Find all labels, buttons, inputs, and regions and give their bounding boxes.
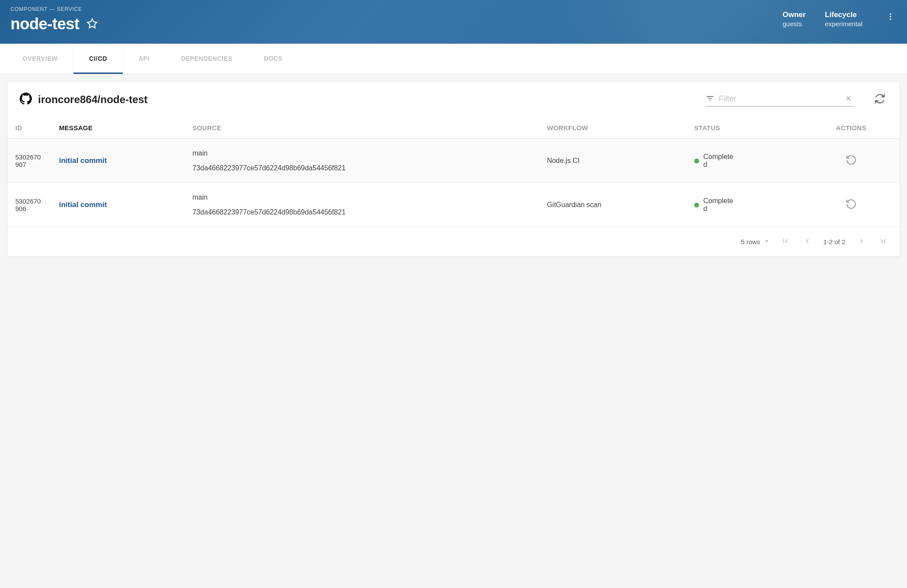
lifecycle-label: Lifecycle [825, 10, 862, 19]
tab-bar: OVERVIEW CI/CD API DEPENDENCIES DOCS [0, 44, 907, 74]
pagination: 5 rows 1-2 of 2 [7, 227, 900, 256]
owner-value[interactable]: guests [782, 20, 806, 28]
filter-field[interactable] [706, 93, 854, 107]
tab-docs[interactable]: DOCS [248, 44, 298, 74]
page-header: COMPONENT — SERVICE node-test Owner gues… [0, 0, 907, 44]
tab-overview[interactable]: OVERVIEW [7, 44, 73, 74]
rows-label: 5 rows [741, 238, 760, 246]
col-actions: ACTIONS [803, 117, 900, 139]
page-range: 1-2 of 2 [823, 238, 845, 246]
col-message[interactable]: MESSAGE [51, 117, 185, 139]
svg-point-2 [890, 16, 891, 17]
tab-dependencies[interactable]: DEPENDENCIES [165, 44, 248, 74]
status-text: Completed [703, 197, 734, 213]
col-workflow[interactable]: WORKFLOW [539, 117, 686, 139]
chevron-down-icon [764, 238, 770, 246]
workflow-name: GitGuardian scan [539, 183, 686, 227]
commit-message-link[interactable]: initial commit [59, 156, 107, 165]
clear-filter-button[interactable] [843, 93, 854, 105]
status-text: Completed [703, 153, 734, 169]
filter-icon [706, 94, 714, 104]
commit-sha: 73da4668223977ce57d6224d98b69da54456f821 [193, 164, 531, 172]
refresh-button[interactable] [872, 91, 887, 107]
table-row: 5302670906 initial commit main 73da46682… [7, 183, 900, 227]
commit-sha: 73da4668223977ce57d6224d98b69da54456f821 [193, 208, 531, 216]
svg-point-1 [890, 14, 891, 15]
svg-point-3 [890, 18, 891, 20]
filter-input[interactable] [719, 94, 840, 104]
first-page-button[interactable] [779, 235, 792, 249]
run-id: 5302670907 [7, 139, 51, 183]
rerun-button[interactable] [845, 154, 857, 166]
table-row: 5302670907 initial commit main 73da46682… [7, 139, 900, 183]
commit-message-link[interactable]: initial commit [59, 201, 107, 209]
branch-name: main [193, 149, 531, 157]
rerun-button[interactable] [845, 198, 857, 210]
workflow-runs-card: ironcore864/node-test ID MESSAGE SOURCE [7, 81, 900, 257]
owner-label: Owner [782, 10, 806, 19]
lifecycle-meta: Lifecycle experimental [825, 10, 862, 28]
status-dot-icon [694, 159, 699, 163]
rows-per-page-select[interactable]: 5 rows [741, 238, 770, 246]
run-id: 5302670906 [7, 183, 51, 227]
col-source[interactable]: SOURCE [185, 117, 539, 139]
svg-marker-0 [87, 19, 97, 28]
lifecycle-value: experimental [825, 20, 862, 28]
prev-page-button[interactable] [801, 235, 814, 249]
repo-title: ironcore864/node-test [38, 93, 699, 106]
workflow-runs-table: ID MESSAGE SOURCE WORKFLOW STATUS ACTION… [7, 117, 900, 227]
last-page-button[interactable] [877, 235, 889, 249]
page-title: node-test [10, 15, 80, 33]
star-icon[interactable] [87, 18, 98, 31]
col-id[interactable]: ID [7, 117, 51, 139]
more-menu-button[interactable] [884, 10, 897, 24]
workflow-name: Node.js CI [539, 139, 686, 183]
breadcrumb: COMPONENT — SERVICE [10, 6, 782, 12]
col-status[interactable]: STATUS [686, 117, 803, 139]
status-dot-icon [694, 203, 699, 208]
owner-meta: Owner guests [782, 10, 806, 28]
next-page-button[interactable] [855, 235, 867, 249]
tab-cicd[interactable]: CI/CD [73, 44, 123, 74]
tab-api[interactable]: API [123, 44, 165, 74]
branch-name: main [193, 194, 531, 201]
github-icon [20, 93, 32, 106]
